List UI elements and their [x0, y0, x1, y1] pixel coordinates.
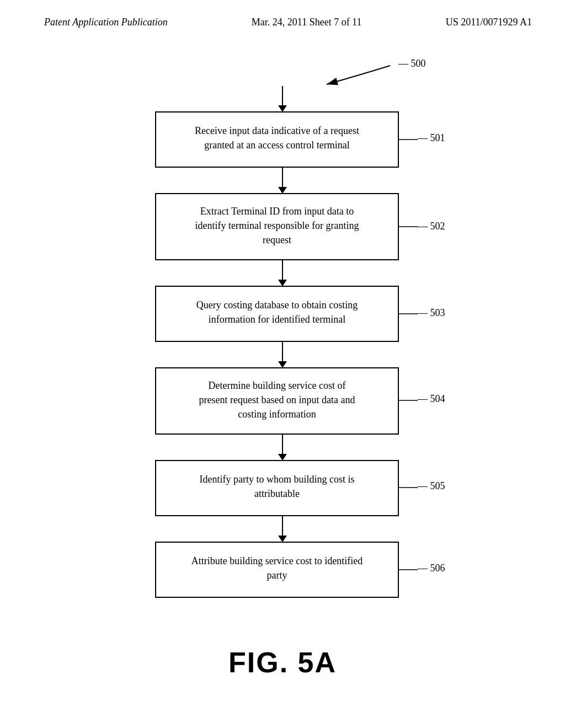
box-505-text-2: attributable: [254, 488, 300, 499]
flowchart-svg: — 500 Receive input data indicative of a…: [89, 45, 476, 624]
label-500: — 500: [398, 58, 426, 69]
arrow-head-4: [278, 454, 287, 461]
box-506-text-1: Attribute building service cost to ident…: [191, 555, 363, 566]
date-sheet-label: Mar. 24, 2011 Sheet 7 of 11: [252, 17, 362, 28]
label-501: — 501: [417, 132, 445, 143]
box-504-text-3: costing information: [238, 409, 316, 420]
label-506: — 506: [417, 563, 445, 574]
start-curved-arrow: [327, 66, 390, 84]
box-502-text-3: request: [263, 234, 291, 245]
box-506-text-2: party: [267, 570, 287, 581]
box-504-text-2: present request based on input data and: [199, 394, 355, 405]
arrow-head-2: [278, 280, 287, 286]
arrow-head-1: [278, 187, 287, 194]
label-504: — 504: [417, 393, 445, 404]
arrow-head-start: [278, 105, 287, 112]
page-header: Patent Application Publication Mar. 24, …: [0, 0, 565, 28]
box-503-text-1: Query costing database to obtain costing: [196, 299, 358, 311]
header-left: Patent Application Publication: [44, 17, 168, 28]
box-502-text-1: Extract Terminal ID from input data to: [200, 206, 354, 217]
arrow-head-3: [278, 361, 287, 368]
patent-number-label: US 2011/0071929 A1: [446, 17, 532, 28]
header-right: US 2011/0071929 A1: [446, 17, 532, 28]
box-505-text-1: Identify party to whom building cost is: [200, 474, 355, 485]
box-501-text-1: Receive input data indicative of a reque…: [195, 125, 359, 136]
header-center: Mar. 24, 2011 Sheet 7 of 11: [252, 17, 362, 28]
box-502-text-2: identify terminal responsible for granti…: [195, 220, 359, 231]
box-501-text-2: granted at an access control terminal: [204, 140, 349, 151]
arrow-head-5: [278, 536, 287, 542]
label-503: — 503: [417, 307, 445, 318]
box-504-text-1: Determine building service cost of: [209, 380, 346, 391]
box-503-text-2: information for identified terminal: [209, 314, 345, 325]
diagram-container: — 500 Receive input data indicative of a…: [0, 28, 565, 679]
publication-label: Patent Application Publication: [44, 17, 168, 28]
label-502: — 502: [417, 221, 445, 232]
label-505: — 505: [417, 480, 445, 491]
figure-label: FIG. 5A: [228, 646, 337, 679]
